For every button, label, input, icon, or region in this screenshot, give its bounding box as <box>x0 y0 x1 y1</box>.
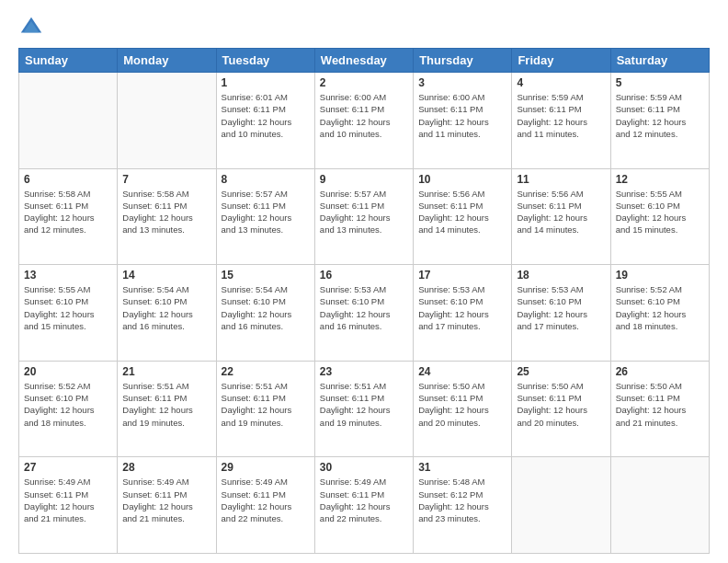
calendar-cell: 8Sunrise: 5:57 AM Sunset: 6:11 PM Daylig… <box>216 168 314 265</box>
day-number: 30 <box>320 461 408 474</box>
calendar-cell: 26Sunrise: 5:50 AM Sunset: 6:11 PM Dayli… <box>610 361 709 457</box>
day-info: Sunrise: 5:51 AM Sunset: 6:11 PM Dayligh… <box>122 380 210 429</box>
calendar-cell: 19Sunrise: 5:52 AM Sunset: 6:10 PM Dayli… <box>610 265 709 362</box>
calendar-cell: 12Sunrise: 5:55 AM Sunset: 6:10 PM Dayli… <box>610 168 709 265</box>
day-info: Sunrise: 5:51 AM Sunset: 6:11 PM Dayligh… <box>320 380 408 429</box>
header <box>18 15 710 40</box>
calendar-cell: 21Sunrise: 5:51 AM Sunset: 6:11 PM Dayli… <box>118 361 216 457</box>
day-number: 17 <box>418 269 506 282</box>
calendar-day-header: Monday <box>118 49 216 73</box>
day-number: 23 <box>320 365 408 378</box>
calendar-cell: 4Sunrise: 5:59 AM Sunset: 6:11 PM Daylig… <box>512 73 610 169</box>
day-info: Sunrise: 5:59 AM Sunset: 6:11 PM Dayligh… <box>616 91 704 140</box>
day-info: Sunrise: 5:52 AM Sunset: 6:10 PM Dayligh… <box>616 283 704 332</box>
day-info: Sunrise: 5:49 AM Sunset: 6:11 PM Dayligh… <box>24 476 112 524</box>
calendar-cell: 22Sunrise: 5:51 AM Sunset: 6:11 PM Dayli… <box>216 361 314 457</box>
day-info: Sunrise: 5:49 AM Sunset: 6:11 PM Dayligh… <box>222 476 310 524</box>
day-number: 13 <box>24 269 112 282</box>
day-number: 26 <box>616 365 704 378</box>
logo-icon <box>18 15 44 40</box>
day-number: 9 <box>320 173 408 186</box>
day-info: Sunrise: 5:54 AM Sunset: 6:10 PM Dayligh… <box>122 283 210 332</box>
calendar-week-row: 13Sunrise: 5:55 AM Sunset: 6:10 PM Dayli… <box>19 265 710 362</box>
day-number: 24 <box>418 365 506 378</box>
day-number: 10 <box>418 173 506 186</box>
day-info: Sunrise: 6:01 AM Sunset: 6:11 PM Dayligh… <box>222 91 310 140</box>
day-info: Sunrise: 5:49 AM Sunset: 6:11 PM Dayligh… <box>320 476 408 524</box>
calendar-cell: 13Sunrise: 5:55 AM Sunset: 6:10 PM Dayli… <box>19 265 118 362</box>
day-number: 28 <box>122 461 210 474</box>
day-info: Sunrise: 5:57 AM Sunset: 6:11 PM Dayligh… <box>320 188 408 236</box>
day-number: 3 <box>418 76 506 89</box>
day-number: 18 <box>517 269 605 282</box>
calendar-cell: 2Sunrise: 6:00 AM Sunset: 6:11 PM Daylig… <box>314 73 413 169</box>
day-number: 16 <box>320 269 408 282</box>
calendar-cell: 7Sunrise: 5:58 AM Sunset: 6:11 PM Daylig… <box>118 168 216 265</box>
day-info: Sunrise: 5:49 AM Sunset: 6:11 PM Dayligh… <box>122 476 210 524</box>
day-info: Sunrise: 5:55 AM Sunset: 6:10 PM Dayligh… <box>616 188 704 236</box>
day-number: 1 <box>222 76 310 89</box>
calendar-week-row: 6Sunrise: 5:58 AM Sunset: 6:11 PM Daylig… <box>19 168 710 265</box>
calendar-cell: 23Sunrise: 5:51 AM Sunset: 6:11 PM Dayli… <box>314 361 413 457</box>
day-number: 4 <box>517 76 605 89</box>
day-info: Sunrise: 6:00 AM Sunset: 6:11 PM Dayligh… <box>320 91 408 140</box>
calendar-day-header: Tuesday <box>216 49 314 73</box>
calendar-cell: 25Sunrise: 5:50 AM Sunset: 6:11 PM Dayli… <box>512 361 610 457</box>
day-info: Sunrise: 5:50 AM Sunset: 6:11 PM Dayligh… <box>517 380 605 429</box>
calendar-week-row: 20Sunrise: 5:52 AM Sunset: 6:10 PM Dayli… <box>19 361 710 457</box>
day-info: Sunrise: 5:55 AM Sunset: 6:10 PM Dayligh… <box>24 283 112 332</box>
day-number: 7 <box>122 173 210 186</box>
calendar-table: SundayMondayTuesdayWednesdayThursdayFrid… <box>18 48 710 554</box>
calendar-cell: 24Sunrise: 5:50 AM Sunset: 6:11 PM Dayli… <box>414 361 512 457</box>
day-info: Sunrise: 5:53 AM Sunset: 6:10 PM Dayligh… <box>418 283 506 332</box>
day-number: 19 <box>616 269 704 282</box>
calendar-cell <box>512 457 610 554</box>
calendar-cell: 30Sunrise: 5:49 AM Sunset: 6:11 PM Dayli… <box>314 457 413 554</box>
day-number: 15 <box>222 269 310 282</box>
calendar-cell: 3Sunrise: 6:00 AM Sunset: 6:11 PM Daylig… <box>414 73 512 169</box>
day-number: 11 <box>517 173 605 186</box>
calendar-day-header: Thursday <box>414 49 512 73</box>
day-number: 20 <box>24 365 112 378</box>
calendar-day-header: Saturday <box>610 49 709 73</box>
calendar-cell: 10Sunrise: 5:56 AM Sunset: 6:11 PM Dayli… <box>414 168 512 265</box>
day-info: Sunrise: 6:00 AM Sunset: 6:11 PM Dayligh… <box>418 91 506 140</box>
day-number: 21 <box>122 365 210 378</box>
calendar-cell <box>610 457 709 554</box>
day-number: 27 <box>24 461 112 474</box>
day-info: Sunrise: 5:57 AM Sunset: 6:11 PM Dayligh… <box>222 188 310 236</box>
calendar-cell <box>118 73 216 169</box>
day-number: 22 <box>222 365 310 378</box>
calendar-cell: 28Sunrise: 5:49 AM Sunset: 6:11 PM Dayli… <box>118 457 216 554</box>
calendar-day-header: Wednesday <box>314 49 413 73</box>
page: SundayMondayTuesdayWednesdayThursdayFrid… <box>0 0 728 563</box>
day-info: Sunrise: 5:56 AM Sunset: 6:11 PM Dayligh… <box>418 188 506 236</box>
calendar-cell: 15Sunrise: 5:54 AM Sunset: 6:10 PM Dayli… <box>216 265 314 362</box>
day-number: 8 <box>222 173 310 186</box>
calendar-week-row: 27Sunrise: 5:49 AM Sunset: 6:11 PM Dayli… <box>19 457 710 554</box>
day-info: Sunrise: 5:52 AM Sunset: 6:10 PM Dayligh… <box>24 380 112 429</box>
calendar-cell: 20Sunrise: 5:52 AM Sunset: 6:10 PM Dayli… <box>19 361 118 457</box>
calendar-cell: 27Sunrise: 5:49 AM Sunset: 6:11 PM Dayli… <box>19 457 118 554</box>
calendar-cell <box>19 73 118 169</box>
calendar-cell: 29Sunrise: 5:49 AM Sunset: 6:11 PM Dayli… <box>216 457 314 554</box>
day-info: Sunrise: 5:58 AM Sunset: 6:11 PM Dayligh… <box>24 188 112 236</box>
day-number: 31 <box>418 461 506 474</box>
calendar-day-header: Sunday <box>19 49 118 73</box>
day-number: 25 <box>517 365 605 378</box>
day-info: Sunrise: 5:53 AM Sunset: 6:10 PM Dayligh… <box>320 283 408 332</box>
calendar-cell: 11Sunrise: 5:56 AM Sunset: 6:11 PM Dayli… <box>512 168 610 265</box>
calendar-cell: 14Sunrise: 5:54 AM Sunset: 6:10 PM Dayli… <box>118 265 216 362</box>
day-info: Sunrise: 5:51 AM Sunset: 6:11 PM Dayligh… <box>222 380 310 429</box>
calendar-day-header: Friday <box>512 49 610 73</box>
day-info: Sunrise: 5:58 AM Sunset: 6:11 PM Dayligh… <box>122 188 210 236</box>
day-info: Sunrise: 5:56 AM Sunset: 6:11 PM Dayligh… <box>517 188 605 236</box>
calendar-cell: 5Sunrise: 5:59 AM Sunset: 6:11 PM Daylig… <box>610 73 709 169</box>
day-number: 29 <box>222 461 310 474</box>
calendar-header-row: SundayMondayTuesdayWednesdayThursdayFrid… <box>19 49 710 73</box>
calendar-cell: 18Sunrise: 5:53 AM Sunset: 6:10 PM Dayli… <box>512 265 610 362</box>
calendar-cell: 31Sunrise: 5:48 AM Sunset: 6:12 PM Dayli… <box>414 457 512 554</box>
calendar-week-row: 1Sunrise: 6:01 AM Sunset: 6:11 PM Daylig… <box>19 73 710 169</box>
day-info: Sunrise: 5:59 AM Sunset: 6:11 PM Dayligh… <box>517 91 605 140</box>
day-info: Sunrise: 5:50 AM Sunset: 6:11 PM Dayligh… <box>616 380 704 429</box>
